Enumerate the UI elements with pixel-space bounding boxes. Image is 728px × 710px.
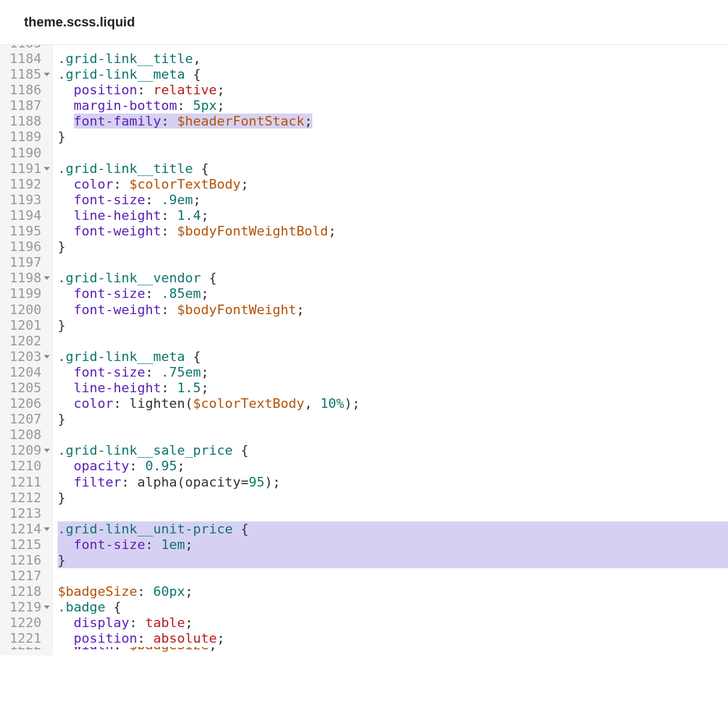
line-number: 1194 — [8, 208, 49, 223]
code-token: font-size — [74, 537, 145, 552]
code-line[interactable] — [58, 145, 728, 161]
code-token: ; — [201, 365, 208, 380]
code-line[interactable] — [58, 255, 728, 270]
code-line[interactable]: font-family: $headerFontStack; — [58, 114, 728, 129]
line-number: 1196 — [8, 239, 49, 255]
code-token: .grid-link__title — [58, 51, 193, 66]
code-line[interactable]: } — [58, 239, 728, 255]
code-token — [58, 208, 74, 223]
code-line[interactable] — [58, 45, 728, 51]
fold-toggle-icon[interactable] — [44, 527, 50, 531]
code-line[interactable]: .grid-link__meta { — [58, 67, 728, 82]
line-number: 1212 — [8, 490, 49, 506]
line-number: 1220 — [8, 615, 49, 631]
code-line[interactable]: } — [58, 318, 728, 333]
code-token: line-height — [74, 208, 162, 223]
code-token: font-size — [74, 365, 145, 380]
code-line[interactable]: line-height: 1.5; — [58, 380, 728, 396]
code-line[interactable] — [58, 333, 728, 349]
code-token: ; — [296, 302, 304, 317]
code-token: alpha — [137, 475, 177, 490]
line-number: 1205 — [8, 380, 49, 396]
code-token: font-size — [74, 286, 145, 301]
code-line[interactable] — [58, 568, 728, 584]
code-token: 95 — [249, 475, 265, 490]
code-token — [58, 98, 74, 113]
fold-toggle-icon[interactable] — [44, 167, 50, 171]
code-line[interactable]: font-weight: $bodyFontWeightBold; — [58, 223, 728, 239]
line-number: 1219 — [8, 599, 49, 615]
code-line[interactable]: font-size: .9em; — [58, 192, 728, 208]
code-line[interactable]: color: $colorTextBody; — [58, 177, 728, 192]
code-token: : — [114, 396, 130, 411]
code-token: { — [232, 443, 249, 458]
fold-toggle-icon[interactable] — [44, 605, 50, 609]
code-token: .grid-link__title — [58, 161, 193, 176]
fold-toggle-icon[interactable] — [44, 355, 50, 359]
code-line[interactable]: .grid-link__sale_price { — [58, 443, 728, 458]
code-token: , — [193, 51, 201, 66]
code-line[interactable] — [58, 506, 728, 521]
line-number: 1215 — [8, 537, 49, 553]
fold-toggle-icon[interactable] — [44, 449, 50, 452]
code-line[interactable]: .badge { — [58, 599, 728, 615]
code-line[interactable]: width: $badgeSize; — [58, 647, 728, 653]
code-token: position — [74, 631, 138, 646]
code-token: ); — [264, 475, 281, 490]
code-line[interactable]: margin-bottom: 5px; — [58, 98, 728, 114]
code-line[interactable]: opacity: 0.95; — [58, 458, 728, 474]
code-line[interactable]: font-size: 1em; — [58, 537, 728, 553]
code-line[interactable]: font-size: .75em; — [58, 365, 728, 380]
code-line[interactable] — [58, 427, 728, 443]
code-line[interactable]: $badgeSize: 60px; — [58, 584, 728, 599]
code-token: : — [137, 82, 153, 97]
code-line[interactable]: display: table; — [58, 615, 728, 631]
code-token — [58, 365, 74, 380]
code-token: : — [145, 286, 162, 301]
code-line[interactable]: line-height: 1.4; — [58, 208, 728, 223]
line-number: 1216 — [8, 553, 49, 568]
line-number: 1206 — [8, 396, 49, 411]
line-number: 1185 — [8, 67, 49, 82]
code-editor[interactable]: 1183118411851186118711881189119011911192… — [0, 45, 728, 655]
code-line[interactable]: } — [58, 411, 728, 427]
code-line[interactable]: } — [58, 129, 728, 145]
code-token — [58, 286, 74, 301]
code-token: ; — [201, 380, 208, 395]
code-token: : — [177, 98, 193, 113]
code-token: : — [161, 114, 177, 129]
line-number: 1195 — [8, 223, 49, 239]
code-token: .grid-link__vendor — [58, 270, 201, 285]
code-token: .85em — [161, 286, 201, 301]
line-number: 1198 — [8, 270, 49, 286]
code-token: .badge — [58, 599, 105, 614]
code-token: } — [58, 318, 65, 333]
code-line[interactable]: filter: alpha(opacity=95); — [58, 475, 728, 490]
fold-toggle-icon[interactable] — [44, 73, 50, 76]
code-line[interactable]: position: absolute; — [58, 631, 728, 646]
code-area[interactable]: .grid-link__title,.grid-link__meta { pos… — [53, 45, 728, 655]
code-line[interactable]: .grid-link__title, — [58, 51, 728, 67]
code-line[interactable]: .grid-link__title { — [58, 161, 728, 177]
code-token: 1.4 — [177, 208, 201, 223]
code-token: ; — [209, 647, 217, 652]
code-token: .grid-link__sale_price — [58, 443, 232, 458]
fold-toggle-icon[interactable] — [44, 276, 50, 280]
code-line[interactable]: position: relative; — [58, 82, 728, 98]
code-line[interactable]: font-weight: $bodyFontWeight; — [58, 302, 728, 318]
code-line[interactable]: .grid-link__unit-price { — [58, 521, 728, 537]
code-token: display — [74, 615, 130, 630]
code-token: : — [121, 475, 138, 490]
code-token — [58, 647, 74, 652]
code-token: ; — [201, 208, 208, 223]
code-token: ; — [177, 458, 185, 473]
code-line[interactable]: .grid-link__vendor { — [58, 270, 728, 286]
code-token: font-weight — [74, 223, 162, 238]
code-line[interactable]: color: lighten($colorTextBody, 10%); — [58, 396, 728, 411]
line-number: 1204 — [8, 365, 49, 380]
code-token: ; — [241, 177, 249, 192]
code-line[interactable]: } — [58, 490, 728, 506]
code-line[interactable]: } — [58, 553, 728, 568]
code-line[interactable]: font-size: .85em; — [58, 286, 728, 302]
code-line[interactable]: .grid-link__meta { — [58, 349, 728, 365]
